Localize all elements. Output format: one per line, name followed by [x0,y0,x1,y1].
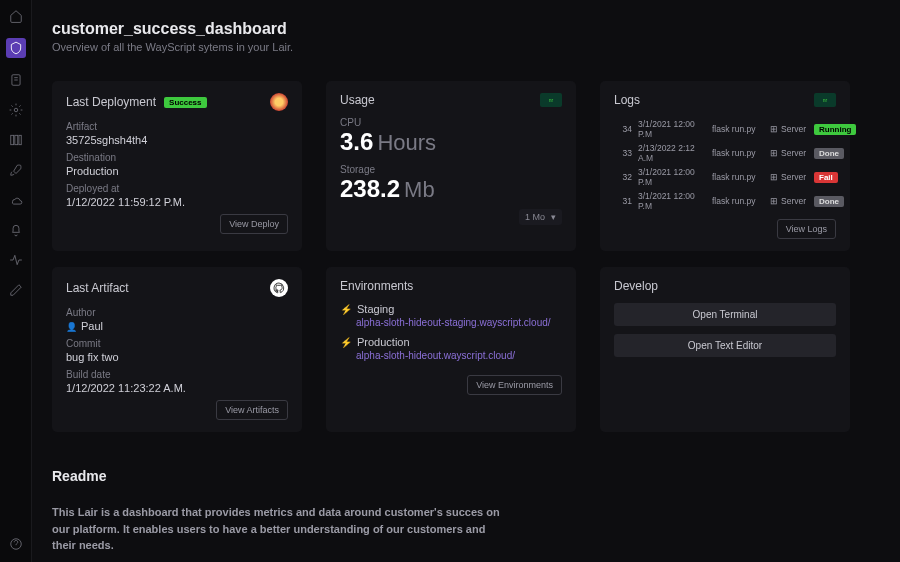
card-develop: Develop Open Terminal Open Text Editor [600,267,850,432]
log-time: 3/1/2021 12:00 P.M [638,119,706,139]
artifact-title: Last Artifact [66,281,129,295]
server-icon: ⊞ [770,148,778,158]
develop-title: Develop [614,279,658,293]
destination-label: Destination [66,152,288,163]
log-status-badge: Fail [814,172,838,183]
build-label: Build date [66,369,288,380]
home-icon[interactable] [8,8,24,24]
activity-icon[interactable] [8,252,24,268]
env-url[interactable]: alpha-sloth-hideout.wayscript.cloud/ [356,350,562,361]
artifact-value: 35725sghsh4th4 [66,134,288,146]
gear-icon[interactable] [8,102,24,118]
edit-icon[interactable] [8,282,24,298]
main-content: customer_success_dashboard Overview of a… [32,0,900,562]
log-row[interactable]: 31 3/1/2021 12:00 P.M flask run.py ⊞Serv… [614,189,836,213]
dashboard-icon[interactable] [6,38,26,58]
rocket-icon: ⚡ [340,304,352,315]
cpu-unit: Hours [377,130,436,155]
card-deployment: Last Deployment Success Artifact 35725sg… [52,81,302,251]
env-url[interactable]: alpha-sloth-hideout-staging.wayscript.cl… [356,317,562,328]
deployed-at-value: 1/12/2022 11:59:12 P.M. [66,196,288,208]
newrelic-icon: nr [814,93,836,107]
card-artifact: Last Artifact Author 👤Paul Commit bug fi… [52,267,302,432]
rocket-icon: ⚡ [340,337,352,348]
log-status-badge: Running [814,124,856,135]
artifact-label: Artifact [66,121,288,132]
log-status-badge: Done [814,196,844,207]
open-terminal-button[interactable]: Open Terminal [614,303,836,326]
build-value: 1/12/2022 11:23:22 A.M. [66,382,288,394]
svg-rect-5 [14,135,17,144]
log-id: 32 [614,172,632,182]
card-environments: Environments ⚡Staging alpha-sloth-hideou… [326,267,576,432]
env-name: Staging [357,303,394,315]
storage-label: Storage [340,164,562,175]
view-environments-button[interactable]: View Environments [467,375,562,395]
log-row[interactable]: 32 3/1/2021 12:00 P.M flask run.py ⊞Serv… [614,165,836,189]
cpu-value: 3.6 [340,128,373,155]
deployment-title: Last Deployment [66,95,156,109]
env-item: ⚡Production alpha-sloth-hideout.wayscrip… [340,336,562,361]
cloud-icon[interactable] [8,192,24,208]
cpu-label: CPU [340,117,562,128]
readme-body: This Lair is a dashboard that provides m… [52,504,502,554]
card-logs: Logs nr 34 3/1/2021 12:00 P.M flask run.… [600,81,850,251]
chevron-down-icon: ▾ [551,212,556,222]
server-icon: ⊞ [770,172,778,182]
file-icon[interactable] [8,72,24,88]
github-icon [270,279,288,297]
log-file: flask run.py [712,148,764,158]
log-row[interactable]: 33 2/13/2022 2:12 A.M flask run.py ⊞Serv… [614,141,836,165]
deployed-at-label: Deployed at [66,183,288,194]
log-location: ⊞Server [770,148,808,158]
view-deploy-button[interactable]: View Deploy [220,214,288,234]
server-icon: ⊞ [770,196,778,206]
destination-value: Production [66,165,288,177]
server-icon: ⊞ [770,124,778,134]
view-logs-button[interactable]: View Logs [777,219,836,239]
log-time: 3/1/2021 12:00 P.M [638,167,706,187]
log-time: 2/13/2022 2:12 A.M [638,143,706,163]
svg-rect-6 [18,135,20,144]
author-label: Author [66,307,288,318]
usage-title: Usage [340,93,375,107]
log-file: flask run.py [712,196,764,206]
logs-title: Logs [614,93,640,107]
env-item: ⚡Staging alpha-sloth-hideout-staging.way… [340,303,562,328]
log-location: ⊞Server [770,172,808,182]
log-file: flask run.py [712,172,764,182]
period-select[interactable]: 1 Mo▾ [519,209,562,225]
log-location: ⊞Server [770,196,808,206]
storage-value: 238.2 [340,175,400,202]
sidebar [0,0,32,562]
log-id: 34 [614,124,632,134]
bell-icon[interactable] [8,222,24,238]
log-id: 31 [614,196,632,206]
log-time: 3/1/2021 12:00 P.M [638,191,706,211]
avatar-icon [270,93,288,111]
page-subtitle: Overview of all the WayScript sytems in … [52,41,870,53]
commit-value: bug fix two [66,351,288,363]
columns-icon[interactable] [8,132,24,148]
readme-title: Readme [52,468,870,484]
commit-label: Commit [66,338,288,349]
deployment-status-badge: Success [164,97,206,108]
log-status-badge: Done [814,148,844,159]
log-location: ⊞Server [770,124,808,134]
log-id: 33 [614,148,632,158]
newrelic-icon: nr [540,93,562,107]
storage-unit: Mb [404,177,435,202]
svg-point-3 [14,108,18,112]
help-icon[interactable] [8,536,24,552]
view-artifacts-button[interactable]: View Artifacts [216,400,288,420]
log-row[interactable]: 34 3/1/2021 12:00 P.M flask run.py ⊞Serv… [614,117,836,141]
environments-title: Environments [340,279,413,293]
open-editor-button[interactable]: Open Text Editor [614,334,836,357]
page-title: customer_success_dashboard [52,20,870,38]
env-name: Production [357,336,410,348]
card-usage: Usage nr CPU 3.6Hours Storage 238.2Mb 1 … [326,81,576,251]
author-value: 👤Paul [66,320,288,332]
rocket-icon[interactable] [8,162,24,178]
svg-rect-4 [10,135,13,144]
user-icon: 👤 [66,322,77,332]
